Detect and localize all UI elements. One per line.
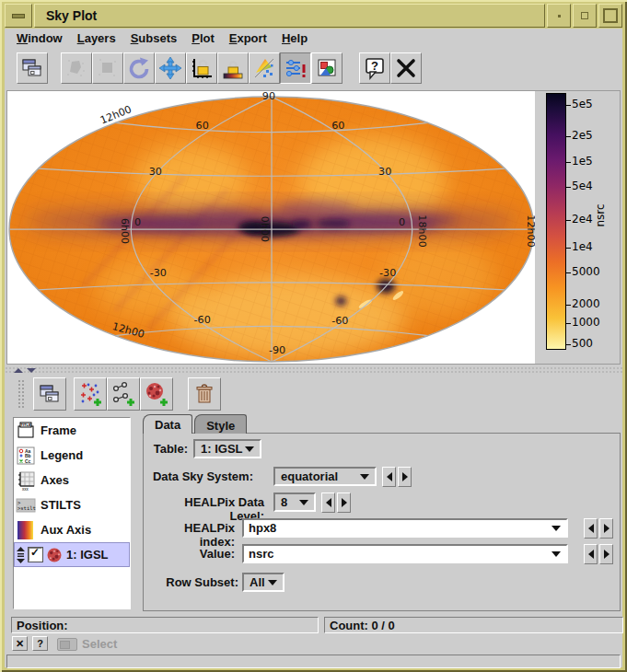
layer-item-axes[interactable]: xxx Axes [14,468,130,492]
main-toolbar: ? [5,48,622,88]
menu-export[interactable]: Export [222,29,274,47]
row-subset-label: Row Subset: [147,575,238,589]
toolbar-drag-handle[interactable] [17,379,26,409]
colorbar-tick: 500 [572,337,593,350]
spin-right-button[interactable] [337,492,351,513]
layer-item-frame[interactable]: TITLE Frame [14,418,130,443]
layer-plot-window-button[interactable] [33,377,66,411]
lat-60-label: 60 [196,120,209,132]
layer-item-stilts[interactable]: > >stilts STILTS [14,492,130,517]
healpix-level-select[interactable]: 8 [273,492,316,512]
axis-editor-button[interactable] [280,52,311,84]
lat-m30-label: -30 [379,267,396,279]
legend-icon: AaBbCc [16,446,36,466]
sky-system-label: Data Sky System: [147,469,253,483]
tab-data[interactable]: Data [143,414,192,434]
lat-m60-label: -60 [331,315,348,327]
spin-right-button[interactable] [398,467,412,487]
sky-system-select[interactable]: equatorial [273,467,377,486]
plot-window-button[interactable] [17,52,48,84]
lock-aux-icon [221,56,245,80]
healpix-level-spinner [321,492,351,513]
recenter-button[interactable] [155,52,186,84]
add-position-layer-button[interactable] [74,377,107,411]
export-image-button[interactable] [311,52,343,84]
svg-text:TITLE: TITLE [20,423,30,427]
split-divider[interactable] [5,366,622,375]
delete-layer-button[interactable] [188,377,221,411]
tab-style[interactable]: Style [194,414,247,434]
chevron-down-icon [552,526,561,531]
menu-layers[interactable]: Layers [70,29,123,47]
collapse-up-icon[interactable] [14,368,23,373]
close-icon [394,56,418,80]
layer-visible-checkbox[interactable] [29,548,42,562]
layer-item-legend[interactable]: AaBbCc Legend [14,443,130,468]
layer-item-igsl[interactable]: 1: IGSL [14,542,130,567]
menu-help[interactable]: Help [274,29,315,47]
svg-text:Cc: Cc [25,458,31,464]
spin-left-button[interactable] [382,467,396,487]
lock-axes-button[interactable] [186,52,217,84]
window-content: Window Layers Subsets Plot Export Help [5,29,622,667]
sky-plot-area[interactable]: 90 60 60 30 30 0 0 -30 -30 -60 -60 -90 1… [7,91,535,364]
value-combo[interactable]: nsrc [242,544,568,563]
colorbar-tick: 2000 [572,297,600,310]
colorbar [546,93,566,350]
data-tab-content: Table: 1: IGSL Data Sky System: equatori… [143,433,621,611]
menu-window[interactable]: Window [9,29,70,47]
shade-icon [558,15,561,17]
add-pair-layer-button[interactable] [107,377,140,411]
menu-subsets[interactable]: Subsets [123,29,185,47]
replot-button[interactable] [123,52,155,84]
dismiss-hint-button[interactable]: ✕ [12,636,28,651]
maximize-button[interactable] [598,4,622,28]
colorbar-tick: 2e5 [572,129,593,142]
sky-plot-window: Sky Plot Window Layers Subsets Plot Expo… [0,0,627,672]
sketch-button[interactable] [249,52,280,84]
restore-button[interactable] [573,4,597,28]
spin-right-button[interactable] [599,544,613,564]
add-pair-layer-icon [110,381,136,407]
layer-item-aux-axis[interactable]: Aux Axis [14,517,130,542]
add-healpix-layer-button[interactable] [140,377,173,411]
colorbar-tick: 2e4 [572,213,593,226]
collapse-down-icon[interactable] [27,368,36,373]
spin-right-button[interactable] [599,518,613,539]
svg-text:xxx: xxx [22,486,29,491]
table-select[interactable]: 1: IGSL [193,439,261,458]
close-button[interactable] [390,52,422,84]
plot-window-icon [38,382,62,406]
zoom-in-data-button[interactable] [61,52,92,84]
layer-item-label: Frame [41,423,76,437]
spin-left-button[interactable] [584,518,598,539]
value-value: nsrc [249,547,273,561]
zoom-out-data-button[interactable] [92,52,123,84]
value-spinner [584,544,613,564]
add-position-layer-icon [77,381,103,407]
arrow-right-icon [342,498,347,507]
ra-18h-label: 18h00 [416,214,428,247]
arrow-left-icon [387,472,392,481]
spin-left-button[interactable] [584,544,598,564]
lat-30-label: 30 [149,166,162,178]
row-subset-select[interactable]: All [242,573,284,592]
colorbar-strip: 5e5 2e5 1e5 5e4 2e4 1e4 5000 2000 1000 5… [535,91,620,364]
colorbar-tick: 1000 [572,316,600,329]
shade-button[interactable] [547,4,571,28]
lat-30-label: 30 [378,166,391,178]
add-healpix-layer-icon [144,381,169,407]
arrow-right-icon [402,472,408,481]
colorbar-tick: 5e4 [572,180,593,192]
reorder-updown-icon[interactable] [16,547,26,563]
healpix-index-combo[interactable]: hpx8 [242,518,568,538]
arrow-left-icon [588,550,594,559]
nav-help-button[interactable]: ? [32,636,48,651]
spin-left-button[interactable] [321,492,335,513]
lock-aux-button[interactable] [217,52,249,84]
help-button[interactable]: ? [359,52,390,84]
menu-plot[interactable]: Plot [184,29,222,47]
window-menu-button[interactable] [5,4,32,28]
control-area: TITLE Frame AaBbCc Legend [5,413,622,615]
lock-axes-icon [190,56,214,80]
